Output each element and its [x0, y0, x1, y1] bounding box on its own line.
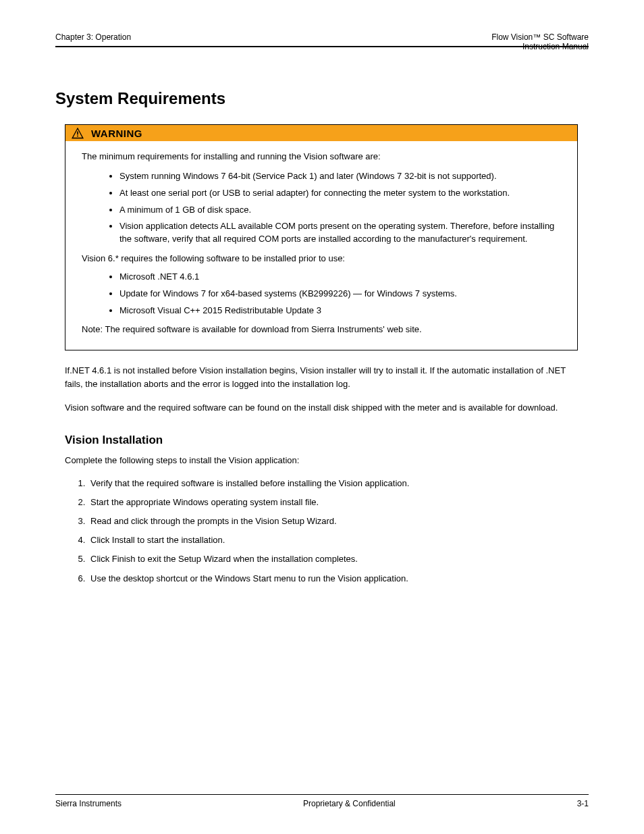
svg-rect-3 — [77, 136, 78, 137]
warning-header: WARNING — [65, 125, 577, 141]
footer-center: Proprietary & Confidential — [303, 799, 396, 808]
list-item: Update for Windows 7 for x64-based syste… — [119, 288, 561, 301]
header-product-line1: Flow Vision™ SC Software — [491, 32, 589, 42]
warning-icon — [71, 127, 84, 139]
list-item: A minimum of 1 GB of disk space. — [119, 204, 561, 217]
warning-list-2: Microsoft .NET 4.6.1 Update for Windows … — [82, 271, 561, 317]
footer-left: Sierra Instruments — [55, 799, 122, 808]
warning-box: WARNING The minimum requirements for ins… — [65, 124, 578, 350]
list-item: Microsoft Visual C++ 2015 Redistributabl… — [119, 305, 561, 317]
list-item: System running Windows 7 64-bit (Service… — [119, 170, 561, 183]
step-item: Start the appropriate Windows operating … — [88, 496, 578, 509]
warning-list-1: System running Windows 7 64-bit (Service… — [82, 170, 561, 246]
install-intro-text: Complete the following steps to install … — [65, 454, 578, 467]
install-intro: Complete the following steps to install … — [65, 454, 578, 467]
step-item: Click Install to start the installation. — [88, 533, 578, 547]
list-item: At least one serial port (or USB to seri… — [119, 187, 561, 200]
svg-rect-2 — [77, 132, 78, 135]
header-product: Flow Vision™ SC Software Instruction Man… — [491, 32, 589, 51]
footer: Sierra Instruments Proprietary & Confide… — [55, 794, 589, 808]
body-paragraph: Vision software and the required softwar… — [65, 401, 578, 415]
header-product-line2: Instruction Manual — [491, 42, 589, 51]
warning-mid: Vision 6.* requires the following softwa… — [82, 253, 561, 265]
page: Chapter 3: Operation Flow Vision™ SC Sof… — [0, 0, 644, 834]
section-title: System Requirements — [55, 89, 589, 108]
step-item: Use the desktop shortcut or the Windows … — [88, 572, 578, 585]
warning-label: WARNING — [91, 128, 142, 139]
warning-body: The minimum requirements for installing … — [65, 141, 577, 350]
warning-lead: The minimum requirements for installing … — [82, 151, 561, 163]
install-steps: Verify that the required software is ins… — [65, 477, 578, 585]
step-item: Read and click through the prompts in th… — [88, 515, 578, 528]
step-item: Verify that the required software is ins… — [88, 477, 578, 490]
list-item: Microsoft .NET 4.6.1 — [119, 271, 561, 284]
step-item: Click Finish to exit the Setup Wizard wh… — [88, 552, 578, 566]
footer-right: 3-1 — [577, 799, 589, 808]
warning-tail: Note: The required software is available… — [82, 323, 561, 336]
header-bar: Chapter 3: Operation Flow Vision™ SC Sof… — [55, 32, 589, 62]
subsection-title: Vision Installation — [65, 434, 589, 447]
body-text: If.NET 4.6.1 is not installed before Vis… — [65, 364, 578, 414]
footer-row: Sierra Instruments Proprietary & Confide… — [55, 799, 589, 808]
bottom-rule — [55, 794, 589, 795]
body-paragraph: If.NET 4.6.1 is not installed before Vis… — [65, 364, 578, 391]
list-item: Vision application detects ALL available… — [119, 220, 561, 246]
